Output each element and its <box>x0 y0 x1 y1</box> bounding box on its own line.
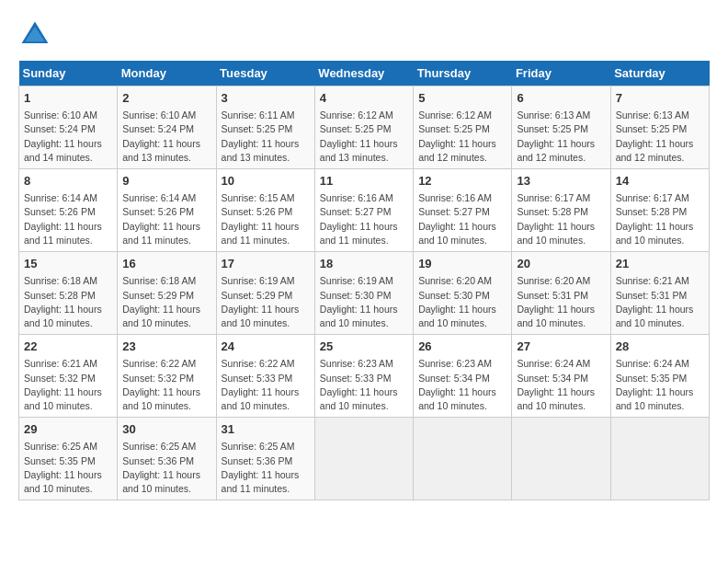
day-info: Sunrise: 6:24 AMSunset: 5:35 PMDaylight:… <box>616 357 704 413</box>
day-info: Sunrise: 6:22 AMSunset: 5:33 PMDaylight:… <box>222 357 310 413</box>
calendar-body: 1Sunrise: 6:10 AMSunset: 5:24 PMDaylight… <box>19 86 710 500</box>
calendar-cell: 2Sunrise: 6:10 AMSunset: 5:24 PMDaylight… <box>118 86 216 169</box>
weekday-header-friday: Friday <box>512 61 610 86</box>
day-number: 3 <box>222 90 310 107</box>
weekday-header-monday: Monday <box>118 61 216 86</box>
calendar-cell: 20Sunrise: 6:20 AMSunset: 5:31 PMDayligh… <box>512 252 610 335</box>
day-info: Sunrise: 6:14 AMSunset: 5:26 PMDaylight:… <box>24 191 112 247</box>
day-number: 12 <box>418 173 506 190</box>
day-number: 10 <box>222 173 310 190</box>
day-info: Sunrise: 6:13 AMSunset: 5:25 PMDaylight:… <box>517 109 605 165</box>
day-number: 16 <box>122 256 210 272</box>
day-number: 25 <box>320 339 408 355</box>
calendar-cell: 27Sunrise: 6:24 AMSunset: 5:34 PMDayligh… <box>512 335 610 418</box>
weekday-header-tuesday: Tuesday <box>216 61 314 86</box>
day-number: 26 <box>418 339 506 355</box>
calendar-cell: 8Sunrise: 6:14 AMSunset: 5:26 PMDaylight… <box>19 169 118 252</box>
logo-icon <box>18 18 51 52</box>
day-number: 23 <box>122 339 210 355</box>
calendar-cell: 4Sunrise: 6:12 AMSunset: 5:25 PMDaylight… <box>314 86 413 169</box>
day-info: Sunrise: 6:10 AMSunset: 5:24 PMDaylight:… <box>122 109 210 165</box>
calendar-cell: 29Sunrise: 6:25 AMSunset: 5:35 PMDayligh… <box>19 418 118 500</box>
day-number: 20 <box>517 256 605 272</box>
day-number: 13 <box>517 173 605 190</box>
day-number: 14 <box>616 173 704 190</box>
calendar-header: SundayMondayTuesdayWednesdayThursdayFrid… <box>19 61 710 86</box>
calendar-cell: 25Sunrise: 6:23 AMSunset: 5:33 PMDayligh… <box>314 335 413 418</box>
day-number: 2 <box>122 90 210 107</box>
day-info: Sunrise: 6:25 AMSunset: 5:36 PMDaylight:… <box>122 440 210 496</box>
day-info: Sunrise: 6:20 AMSunset: 5:30 PMDaylight:… <box>418 274 506 330</box>
calendar-cell: 31Sunrise: 6:25 AMSunset: 5:36 PMDayligh… <box>216 418 314 500</box>
day-info: Sunrise: 6:23 AMSunset: 5:33 PMDaylight:… <box>320 357 408 413</box>
day-number: 22 <box>24 339 112 355</box>
day-number: 6 <box>517 90 605 107</box>
weekday-header-thursday: Thursday <box>414 61 512 86</box>
day-number: 28 <box>616 339 704 355</box>
day-info: Sunrise: 6:23 AMSunset: 5:34 PMDaylight:… <box>418 357 506 413</box>
day-info: Sunrise: 6:12 AMSunset: 5:25 PMDaylight:… <box>320 109 408 165</box>
weekday-header-saturday: Saturday <box>610 61 709 86</box>
calendar-cell: 10Sunrise: 6:15 AMSunset: 5:26 PMDayligh… <box>216 169 314 252</box>
day-info: Sunrise: 6:18 AMSunset: 5:29 PMDaylight:… <box>122 274 210 330</box>
calendar-cell: 28Sunrise: 6:24 AMSunset: 5:35 PMDayligh… <box>610 335 709 418</box>
day-number: 27 <box>517 339 605 355</box>
day-info: Sunrise: 6:17 AMSunset: 5:28 PMDaylight:… <box>517 191 605 247</box>
day-info: Sunrise: 6:10 AMSunset: 5:24 PMDaylight:… <box>24 109 112 165</box>
calendar-cell: 1Sunrise: 6:10 AMSunset: 5:24 PMDaylight… <box>19 86 118 169</box>
calendar-cell: 13Sunrise: 6:17 AMSunset: 5:28 PMDayligh… <box>512 169 610 252</box>
day-info: Sunrise: 6:20 AMSunset: 5:31 PMDaylight:… <box>517 274 605 330</box>
calendar-cell: 16Sunrise: 6:18 AMSunset: 5:29 PMDayligh… <box>118 252 216 335</box>
calendar-week-4: 22Sunrise: 6:21 AMSunset: 5:32 PMDayligh… <box>19 335 710 418</box>
weekday-header-wednesday: Wednesday <box>314 61 413 86</box>
day-info: Sunrise: 6:25 AMSunset: 5:36 PMDaylight:… <box>222 440 310 496</box>
day-number: 1 <box>24 90 112 107</box>
day-info: Sunrise: 6:21 AMSunset: 5:31 PMDaylight:… <box>616 274 704 330</box>
calendar-cell <box>512 418 610 500</box>
day-info: Sunrise: 6:16 AMSunset: 5:27 PMDaylight:… <box>320 191 408 247</box>
calendar-week-5: 29Sunrise: 6:25 AMSunset: 5:35 PMDayligh… <box>19 418 710 500</box>
day-number: 15 <box>24 256 112 272</box>
calendar-cell: 7Sunrise: 6:13 AMSunset: 5:25 PMDaylight… <box>610 86 709 169</box>
calendar-cell: 9Sunrise: 6:14 AMSunset: 5:26 PMDaylight… <box>118 169 216 252</box>
calendar-table: SundayMondayTuesdayWednesdayThursdayFrid… <box>18 61 710 500</box>
day-number: 21 <box>616 256 704 272</box>
day-number: 30 <box>122 421 210 438</box>
page-header <box>18 18 710 52</box>
calendar-cell: 12Sunrise: 6:16 AMSunset: 5:27 PMDayligh… <box>414 169 512 252</box>
calendar-cell <box>414 418 512 500</box>
calendar-cell: 11Sunrise: 6:16 AMSunset: 5:27 PMDayligh… <box>314 169 413 252</box>
day-info: Sunrise: 6:11 AMSunset: 5:25 PMDaylight:… <box>222 109 310 165</box>
calendar-week-2: 8Sunrise: 6:14 AMSunset: 5:26 PMDaylight… <box>19 169 710 252</box>
calendar-cell <box>610 418 709 500</box>
day-number: 31 <box>222 421 310 438</box>
day-info: Sunrise: 6:16 AMSunset: 5:27 PMDaylight:… <box>418 191 506 247</box>
day-number: 4 <box>320 90 408 107</box>
calendar-cell: 18Sunrise: 6:19 AMSunset: 5:30 PMDayligh… <box>314 252 413 335</box>
calendar-cell: 26Sunrise: 6:23 AMSunset: 5:34 PMDayligh… <box>414 335 512 418</box>
day-number: 8 <box>24 173 112 190</box>
calendar-cell: 21Sunrise: 6:21 AMSunset: 5:31 PMDayligh… <box>610 252 709 335</box>
day-number: 11 <box>320 173 408 190</box>
calendar-cell: 14Sunrise: 6:17 AMSunset: 5:28 PMDayligh… <box>610 169 709 252</box>
calendar-cell: 15Sunrise: 6:18 AMSunset: 5:28 PMDayligh… <box>19 252 118 335</box>
calendar-cell: 22Sunrise: 6:21 AMSunset: 5:32 PMDayligh… <box>19 335 118 418</box>
calendar-cell: 17Sunrise: 6:19 AMSunset: 5:29 PMDayligh… <box>216 252 314 335</box>
day-info: Sunrise: 6:15 AMSunset: 5:26 PMDaylight:… <box>222 191 310 247</box>
day-info: Sunrise: 6:17 AMSunset: 5:28 PMDaylight:… <box>616 191 704 247</box>
calendar-cell: 23Sunrise: 6:22 AMSunset: 5:32 PMDayligh… <box>118 335 216 418</box>
day-number: 29 <box>24 421 112 438</box>
weekday-header-sunday: Sunday <box>19 61 118 86</box>
day-number: 7 <box>616 90 704 107</box>
day-number: 5 <box>418 90 506 107</box>
day-info: Sunrise: 6:19 AMSunset: 5:30 PMDaylight:… <box>320 274 408 330</box>
day-info: Sunrise: 6:12 AMSunset: 5:25 PMDaylight:… <box>418 109 506 165</box>
day-number: 9 <box>122 173 210 190</box>
calendar-cell <box>314 418 413 500</box>
calendar-week-1: 1Sunrise: 6:10 AMSunset: 5:24 PMDaylight… <box>19 86 710 169</box>
calendar-week-3: 15Sunrise: 6:18 AMSunset: 5:28 PMDayligh… <box>19 252 710 335</box>
calendar-cell: 24Sunrise: 6:22 AMSunset: 5:33 PMDayligh… <box>216 335 314 418</box>
day-info: Sunrise: 6:24 AMSunset: 5:34 PMDaylight:… <box>517 357 605 413</box>
day-info: Sunrise: 6:21 AMSunset: 5:32 PMDaylight:… <box>24 357 112 413</box>
calendar-cell: 3Sunrise: 6:11 AMSunset: 5:25 PMDaylight… <box>216 86 314 169</box>
